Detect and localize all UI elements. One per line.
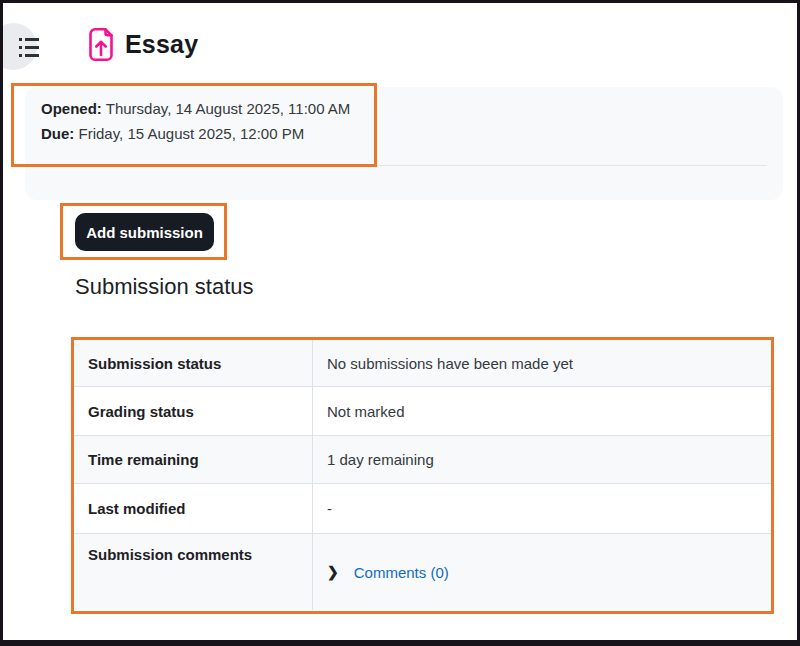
activity-dates: Opened: Thursday, 14 August 2025, 11:00 … [41,96,350,146]
submission-status-heading: Submission status [75,274,254,300]
row-label: Submission comments [74,534,313,610]
due-value: Friday, 15 August 2025, 12:00 PM [79,125,305,142]
page-title: Essay [125,30,198,59]
opened-label: Opened: [41,100,102,117]
upload-file-icon [87,27,115,66]
comments-link[interactable]: Comments (0) [354,564,449,581]
submission-status-table: Submission status No submissions have be… [74,340,771,610]
row-value: Not marked [313,387,771,435]
row-label: Last modified [74,484,313,533]
list-icon[interactable] [19,38,39,57]
row-value: 1 day remaining [313,436,771,483]
row-label: Grading status [74,387,313,435]
assignment-page: Essay Opened: Thursday, 14 August 2025, … [0,0,800,646]
activity-info-box: Opened: Thursday, 14 August 2025, 11:00 … [25,87,783,200]
table-row: Submission status No submissions have be… [74,340,771,387]
row-value: No submissions have been made yet [313,340,771,386]
table-row: Submission comments ❯ Comments (0) [74,534,771,610]
row-label: Time remaining [74,436,313,483]
row-label: Submission status [74,340,313,386]
add-submission-button[interactable]: Add submission [75,213,214,251]
opened-value: Thursday, 14 August 2025, 11:00 AM [106,100,351,117]
row-value: ❯ Comments (0) [313,534,771,610]
table-row: Time remaining 1 day remaining [74,436,771,484]
chevron-right-icon[interactable]: ❯ [327,564,339,580]
opened-date-line: Opened: Thursday, 14 August 2025, 11:00 … [41,96,350,121]
table-row: Grading status Not marked [74,387,771,436]
due-date-line: Due: Friday, 15 August 2025, 12:00 PM [41,121,350,146]
row-value: - [313,484,771,533]
due-label: Due: [41,125,74,142]
info-box-divider [41,165,767,166]
table-row: Last modified - [74,484,771,534]
